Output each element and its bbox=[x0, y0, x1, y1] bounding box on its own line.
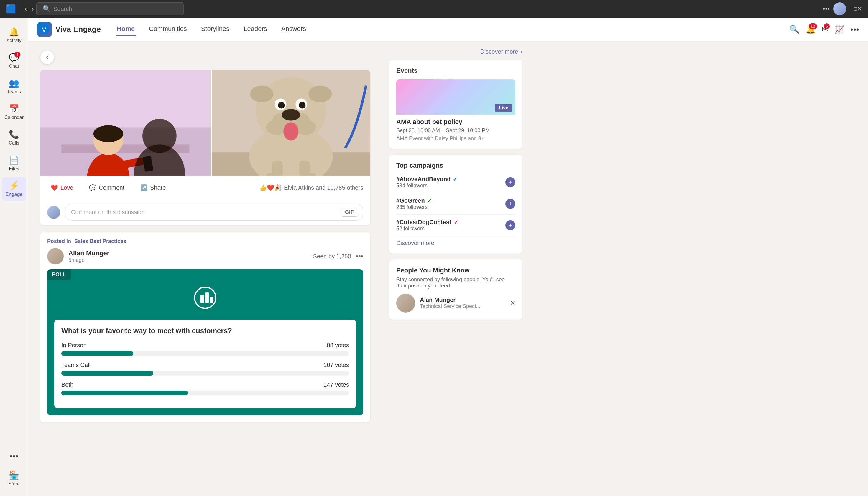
person-job-title: Technical Service Speci... bbox=[420, 304, 480, 310]
author-avatar bbox=[47, 248, 64, 264]
discover-more-top-button[interactable]: Discover more › bbox=[480, 48, 522, 55]
gif-button[interactable]: GIF bbox=[342, 208, 357, 217]
messages-button[interactable]: ✉ 5 bbox=[822, 25, 828, 34]
poll-container: POLL What is your favorite way to meet w… bbox=[47, 269, 363, 415]
search-placeholder: Search bbox=[54, 5, 72, 12]
more-actions-button[interactable]: ••• bbox=[851, 25, 859, 34]
sidebar-item-calls[interactable]: 📞 Calls bbox=[2, 126, 26, 149]
poll-option-1: Teams Call 107 votes bbox=[61, 362, 349, 375]
poll-bar-fill-2 bbox=[61, 390, 188, 395]
minimize-button[interactable]: ─ bbox=[850, 5, 854, 12]
sidebar-item-files[interactable]: 📄 Files bbox=[2, 152, 26, 175]
sidebar-item-store[interactable]: 🏪 Store bbox=[2, 467, 26, 490]
nav-actions: 🔍 🔔 12 ✉ 5 📈 ••• bbox=[789, 25, 859, 34]
campaign-name-2: #CutestDogContest ✓ bbox=[396, 219, 458, 226]
svg-point-29 bbox=[250, 86, 274, 103]
search-bar[interactable]: 🔍 Search bbox=[36, 2, 184, 15]
poll-option-votes-1: 107 votes bbox=[324, 362, 349, 369]
campaign-followers-1: 235 followers bbox=[396, 204, 432, 210]
messages-badge: 5 bbox=[824, 23, 830, 29]
sidebar-item-activity[interactable]: 🔔 Activity bbox=[2, 24, 26, 47]
live-badge: Live bbox=[495, 104, 512, 112]
more-options-button[interactable]: ••• bbox=[823, 5, 830, 13]
poll-option-votes-0: 88 votes bbox=[327, 342, 349, 349]
activity-icon: 🔔 bbox=[9, 27, 19, 36]
sidebar-item-calendar[interactable]: 📅 Calendar bbox=[2, 100, 26, 124]
community-link[interactable]: Sales Best Practices bbox=[74, 238, 126, 244]
event-title: AMA about pet policy bbox=[396, 118, 515, 126]
back-button[interactable]: ‹ bbox=[22, 2, 29, 15]
person-info: Alan Munger Technical Service Speci... bbox=[420, 297, 480, 310]
people-title: People You Might Know bbox=[396, 266, 515, 274]
svg-rect-37 bbox=[200, 295, 204, 303]
post-images bbox=[40, 70, 370, 176]
share-button[interactable]: ↗️ Share bbox=[137, 182, 169, 193]
feed: ‹ bbox=[28, 41, 382, 496]
back-to-top-button[interactable]: ‹ bbox=[40, 50, 54, 64]
post-image-woman bbox=[40, 70, 210, 176]
calls-icon: 📞 bbox=[9, 130, 19, 139]
share-label: Share bbox=[150, 184, 166, 191]
notifications-button[interactable]: 🔔 12 bbox=[806, 25, 816, 34]
sidebar-item-label: Activity bbox=[6, 38, 21, 43]
post-menu-button[interactable]: ••• bbox=[356, 252, 363, 260]
app-name: Viva Engage bbox=[56, 25, 101, 34]
poll-icon-area bbox=[47, 280, 363, 320]
love-button[interactable]: ❤️ Love bbox=[47, 182, 77, 193]
poll-option-header-0: In Person 88 votes bbox=[61, 342, 349, 349]
search-icon-button[interactable]: 🔍 bbox=[789, 25, 799, 34]
discover-more-arrow-icon: › bbox=[520, 48, 522, 55]
more-icon: ••• bbox=[10, 451, 18, 461]
poll-option-0: In Person 88 votes bbox=[61, 342, 349, 356]
top-nav: V Viva Engage Home Communities Storyline… bbox=[28, 18, 868, 41]
poll-bar-fill-0 bbox=[61, 351, 133, 356]
sidebar-item-chat[interactable]: 💬 1 Chat bbox=[2, 49, 26, 73]
comment-button[interactable]: 💬 Comment bbox=[86, 182, 128, 193]
author-info: Allan Munger 5h ago bbox=[69, 249, 309, 263]
nav-communities[interactable]: Communities bbox=[148, 23, 188, 36]
main-area: ‹ bbox=[28, 41, 868, 496]
follow-campaign-1-button[interactable]: + bbox=[505, 199, 515, 209]
user-avatar[interactable] bbox=[833, 2, 846, 15]
forward-button[interactable]: › bbox=[29, 2, 36, 15]
maximize-button[interactable]: □ bbox=[854, 6, 857, 12]
person-avatar bbox=[396, 294, 415, 312]
post-image-dog bbox=[212, 70, 370, 176]
left-sidebar: 🔔 Activity 💬 1 Chat 👥 Teams 📅 Calendar 📞… bbox=[0, 18, 28, 496]
title-bar: 🟦 ‹ › 🔍 Search ••• ─ □ ✕ bbox=[0, 0, 868, 18]
campaign-followers-0: 534 followers bbox=[396, 183, 457, 189]
poll-option-2: Both 147 votes bbox=[61, 382, 349, 395]
sidebar-item-engage[interactable]: ⚡ Engage bbox=[2, 177, 26, 201]
follow-campaign-2-button[interactable]: + bbox=[505, 220, 515, 230]
poll-bar-fill-1 bbox=[61, 371, 153, 375]
follow-campaign-0-button[interactable]: + bbox=[505, 177, 515, 187]
sidebar-item-label: Teams bbox=[7, 89, 21, 95]
svg-rect-39 bbox=[210, 297, 213, 303]
comment-input[interactable]: Comment on this discussion GIF bbox=[65, 204, 363, 221]
sidebar-item-teams[interactable]: 👥 Teams bbox=[2, 75, 26, 98]
analytics-button[interactable]: 📈 bbox=[834, 25, 845, 34]
poll-option-header-1: Teams Call 107 votes bbox=[61, 362, 349, 369]
nav-leaders[interactable]: Leaders bbox=[242, 23, 268, 36]
love-icon: ❤️ bbox=[51, 184, 58, 191]
poll-option-label-1: Teams Call bbox=[61, 362, 90, 369]
dismiss-person-button[interactable]: ✕ bbox=[510, 299, 515, 307]
dog-image-placeholder bbox=[212, 70, 370, 176]
discover-more-campaigns-link[interactable]: Discover more bbox=[396, 240, 515, 247]
search-icon: 🔍 bbox=[43, 5, 50, 13]
people-desc: Stay connected by following people. You'… bbox=[396, 277, 515, 289]
poll-content: What is your favorite way to meet with c… bbox=[54, 320, 356, 408]
verified-icon-2: ✓ bbox=[454, 219, 458, 226]
verified-icon-1: ✓ bbox=[427, 198, 432, 204]
posted-in: Posted in Sales Best Practices bbox=[47, 238, 363, 245]
nav-storylines[interactable]: Storylines bbox=[200, 23, 231, 36]
nav-home[interactable]: Home bbox=[116, 23, 136, 36]
sidebar-item-more[interactable]: ••• bbox=[2, 448, 26, 464]
poll-option-label-2: Both bbox=[61, 382, 73, 388]
post-author: Allan Munger 5h ago Seen by 1,250 ••• bbox=[47, 248, 363, 264]
svg-rect-38 bbox=[205, 293, 209, 303]
close-button[interactable]: ✕ bbox=[857, 5, 862, 12]
comment-input-area: Comment on this discussion GIF bbox=[40, 199, 370, 225]
seen-by: Seen by 1,250 bbox=[313, 253, 351, 260]
nav-answers[interactable]: Answers bbox=[280, 23, 307, 36]
